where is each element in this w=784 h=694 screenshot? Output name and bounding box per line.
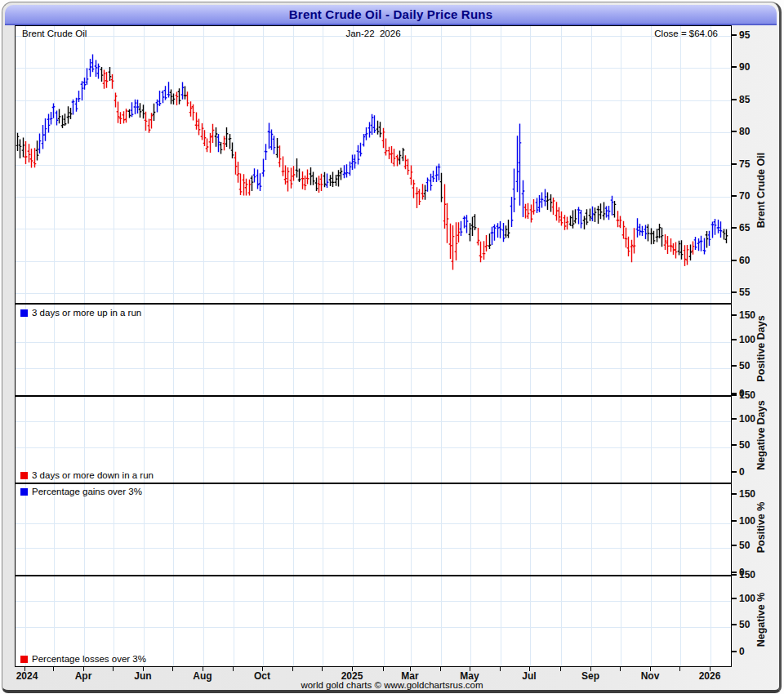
month-gridline: [293, 305, 294, 395]
window-title: Brent Crude Oil - Daily Price Runs: [5, 5, 777, 24]
y-axis-tick: [732, 365, 737, 367]
y-axis-tick: [732, 493, 737, 495]
month-tick: [560, 667, 561, 671]
y-axis-tick: [732, 444, 737, 446]
value-gridline: [16, 523, 731, 524]
month-tick: [440, 667, 441, 671]
month-gridline: [621, 397, 621, 483]
month-tick: [292, 667, 293, 671]
month-gridline: [25, 576, 26, 666]
month-gridline: [203, 576, 204, 666]
negative-days-panel: 3 days or more down in a run: [16, 395, 731, 483]
positive-pct-axis-title: Positive %: [755, 502, 767, 554]
month-gridline: [561, 397, 562, 483]
month-gridline: [530, 305, 531, 395]
price-date-label: Jan-22 2026: [16, 29, 731, 38]
y-axis-tick-label: 100: [739, 413, 755, 425]
negative-days-legend-label: 3 days or more down in a run: [32, 470, 154, 480]
ohlc-bars-down-run: [24, 70, 695, 270]
month-gridline: [114, 305, 114, 395]
month-gridline: [621, 484, 621, 575]
month-gridline: [680, 305, 681, 395]
value-gridline: [16, 548, 731, 549]
month-gridline: [651, 305, 652, 395]
month-gridline: [680, 484, 681, 575]
month-gridline: [114, 576, 114, 666]
month-gridline: [384, 576, 385, 666]
month-gridline: [84, 576, 85, 666]
month-gridline: [501, 576, 501, 666]
y-axis-tick: [732, 195, 737, 197]
month-gridline: [470, 576, 471, 666]
y-axis-tick: [732, 227, 737, 229]
month-gridline: [651, 397, 652, 483]
month-gridline: [470, 305, 471, 395]
month-gridline: [680, 397, 681, 483]
month-gridline: [591, 484, 592, 575]
month-gridline: [530, 484, 531, 575]
value-gridline: [16, 447, 731, 448]
month-gridline: [234, 397, 234, 483]
y-axis-tick: [732, 131, 737, 132]
price-axis-title: Brent Crude Oil: [755, 153, 767, 228]
ohlc-bars-neutral: [16, 67, 728, 260]
month-tick: [679, 667, 680, 671]
month-gridline: [84, 305, 85, 395]
y-axis-tick: [732, 574, 737, 576]
month-gridline: [263, 397, 264, 483]
y-axis-tick-label: 150: [739, 488, 755, 500]
y-axis-tick-label: 150: [739, 309, 755, 321]
month-gridline: [173, 397, 174, 483]
y-axis-tick: [732, 99, 737, 100]
value-gridline: [16, 627, 731, 628]
month-tick: [113, 667, 114, 671]
month-gridline: [234, 484, 234, 575]
y-axis-tick: [732, 339, 737, 340]
price-panel: Brent Crude Oil Jan-22 2026 Close = $64.…: [16, 26, 731, 303]
month-gridline: [710, 397, 711, 483]
y-axis-tick: [732, 260, 737, 261]
y-axis-tick-label: 65: [739, 222, 750, 234]
month-gridline: [470, 397, 471, 483]
month-gridline: [203, 305, 204, 395]
month-gridline: [173, 576, 174, 666]
month-gridline: [710, 484, 711, 575]
month-gridline: [293, 484, 294, 575]
y-axis-tick: [732, 394, 737, 396]
month-gridline: [384, 305, 385, 395]
y-axis-tick-label: 100: [739, 334, 755, 345]
month-gridline: [441, 397, 442, 483]
month-gridline: [353, 305, 354, 395]
chart-frame: Brent Crude Oil Jan-22 2026 Close = $64.…: [15, 25, 732, 667]
y-axis-tick: [732, 291, 737, 293]
window-titlebar: Brent Crude Oil - Daily Price Runs: [5, 5, 777, 25]
positive-pct-legend-label: Percentage gains over 3%: [32, 487, 142, 496]
negative-pct-legend-label: Percentage losses over 3%: [32, 654, 146, 664]
month-tick: [620, 667, 621, 671]
value-gridline: [16, 421, 731, 422]
y-axis-tick: [732, 163, 737, 165]
month-tick: [53, 667, 54, 671]
y-axis-tick: [732, 520, 737, 522]
month-gridline: [651, 484, 652, 575]
negative-pct-legend: Percentage losses over 3%: [20, 654, 146, 664]
month-gridline: [353, 576, 354, 666]
y-axis-tick: [732, 572, 737, 573]
month-gridline: [561, 484, 562, 575]
y-axis-tick-label: 0: [739, 646, 745, 657]
month-gridline: [323, 484, 323, 575]
blue-legend-swatch-icon: [20, 309, 28, 317]
negative-pct-panel: Percentage losses over 3%: [16, 575, 731, 666]
positive-pct-panel: Percentage gains over 3%: [16, 483, 731, 575]
price-ohlc-series: [16, 26, 731, 303]
month-gridline: [173, 305, 174, 395]
blue-legend-swatch-icon: [20, 488, 28, 496]
month-gridline: [293, 576, 294, 666]
y-axis-tick-label: 100: [739, 515, 755, 527]
month-gridline: [411, 305, 412, 395]
month-gridline: [501, 484, 501, 575]
y-axis-tick-label: 75: [739, 158, 750, 170]
month-tick: [322, 667, 323, 671]
month-gridline: [411, 576, 412, 666]
month-gridline: [591, 576, 592, 666]
